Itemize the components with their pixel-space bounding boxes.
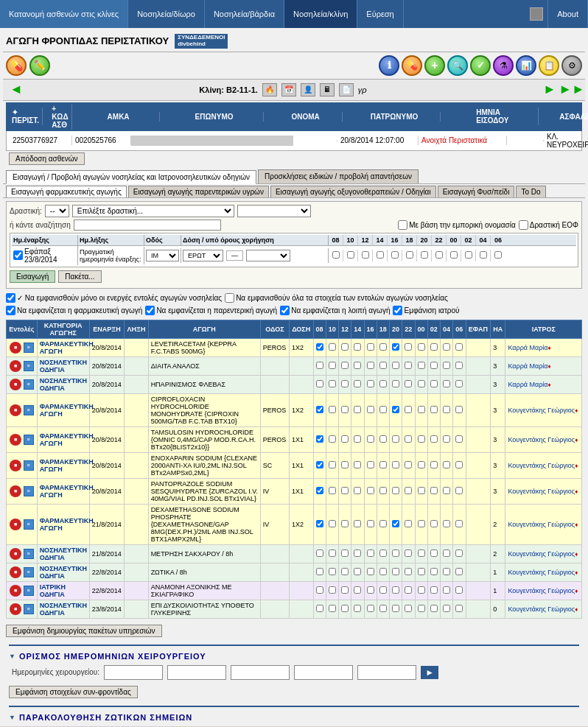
- row-check-12[interactable]: [341, 362, 349, 369]
- efapax-checkbox[interactable]: [13, 250, 23, 260]
- list-button[interactable]: ≡: [24, 567, 34, 577]
- check-icon[interactable]: ✓: [470, 55, 491, 76]
- row-check-20[interactable]: [392, 406, 399, 413]
- row-check-22[interactable]: [405, 380, 412, 387]
- chart-icon[interactable]: 📊: [516, 55, 536, 76]
- row-check-22[interactable]: [405, 549, 412, 557]
- list-button[interactable]: ≡: [24, 379, 34, 390]
- list-button[interactable]: ≡: [24, 486, 34, 496]
- row-check-18[interactable]: [379, 461, 387, 468]
- row-check-04[interactable]: [443, 487, 450, 494]
- row-check-10[interactable]: [329, 549, 336, 557]
- stop-button[interactable]: ■: [10, 548, 21, 560]
- list-button[interactable]: ≡: [24, 361, 34, 371]
- row-check-10[interactable]: [329, 487, 336, 494]
- row-check-14[interactable]: [354, 568, 361, 575]
- list-button[interactable]: ≡: [24, 519, 34, 530]
- settings-icon[interactable]: ⚙: [561, 55, 582, 76]
- nav-item-katanomi[interactable]: Κατανομή ασθενών στις κλίνες: [0, 0, 128, 28]
- row-check-00[interactable]: [418, 568, 425, 575]
- pencil-icon[interactable]: ✏️: [29, 55, 50, 76]
- row-check-14[interactable]: [354, 406, 361, 413]
- list-button[interactable]: ≡: [24, 460, 34, 471]
- tab-parenterika[interactable]: Εισαγωγή αγωγής παρεντερικών υγρών: [128, 186, 269, 197]
- row-check-16[interactable]: [367, 586, 374, 594]
- row-check-08[interactable]: [316, 435, 323, 443]
- drastiki-select[interactable]: --: [45, 205, 69, 217]
- nav-item-nosileia-dioro[interactable]: Νοσηλεία/δίωρο: [128, 0, 205, 28]
- row-check-00[interactable]: [418, 362, 425, 369]
- row-check-08[interactable]: [316, 406, 323, 413]
- row-check-08[interactable]: [316, 343, 323, 351]
- stop-button[interactable]: ■: [10, 519, 21, 530]
- row-check-22[interactable]: [405, 461, 412, 468]
- notice-5-check[interactable]: [280, 306, 290, 315]
- nav-item-about[interactable]: About: [548, 0, 588, 28]
- tab-eisagogi[interactable]: Εισαγωγή / Προβολή αγωγών νοσηλείας και …: [6, 170, 256, 184]
- row-check-14[interactable]: [354, 586, 361, 594]
- nav-icon-square[interactable]: [525, 0, 548, 28]
- row-check-06[interactable]: [455, 568, 463, 575]
- row-check-04[interactable]: [443, 520, 450, 527]
- row-check-16[interactable]: [367, 487, 374, 494]
- surgery-arrow-button[interactable]: ►: [421, 666, 438, 679]
- surgery-date-1[interactable]: [104, 665, 163, 680]
- row-check-22[interactable]: [405, 586, 412, 594]
- row-check-04[interactable]: [443, 435, 450, 443]
- row-check-06[interactable]: [455, 586, 463, 594]
- row-check-02[interactable]: [430, 568, 438, 575]
- stop-button[interactable]: ■: [10, 434, 21, 446]
- row-check-22[interactable]: [405, 520, 412, 527]
- check-22[interactable]: [435, 251, 443, 259]
- notice-4-check[interactable]: [145, 306, 155, 315]
- row-check-02[interactable]: [430, 520, 438, 527]
- row-check-18[interactable]: [379, 380, 387, 387]
- prev-arrow[interactable]: ◄: [6, 81, 27, 99]
- nav-item-nosileia-vardia[interactable]: Νοσηλεία/βάρδια: [205, 0, 284, 28]
- row-check-06[interactable]: [455, 362, 463, 369]
- row-check-18[interactable]: [379, 435, 387, 443]
- row-check-02[interactable]: [430, 343, 438, 351]
- check-16[interactable]: [391, 251, 399, 259]
- stop-button[interactable]: ■: [10, 566, 21, 578]
- row-check-14[interactable]: [354, 380, 361, 387]
- row-check-08[interactable]: [316, 380, 323, 387]
- row-check-20[interactable]: [392, 520, 399, 527]
- row-check-16[interactable]: [367, 461, 374, 468]
- row-check-22[interactable]: [405, 362, 412, 369]
- surgery-date-2[interactable]: [167, 665, 226, 680]
- notice-3-check[interactable]: [6, 306, 15, 315]
- row-check-10[interactable]: [329, 362, 336, 369]
- row-check-10[interactable]: [329, 435, 336, 443]
- check-02[interactable]: [465, 251, 472, 259]
- row-check-16[interactable]: [367, 549, 374, 557]
- row-check-10[interactable]: [329, 568, 336, 575]
- odos-select[interactable]: ΙΜ: [146, 250, 179, 261]
- row-check-06[interactable]: [455, 520, 463, 527]
- row-check-16[interactable]: [367, 435, 374, 443]
- list-button[interactable]: ≡: [24, 435, 34, 445]
- row-check-08[interactable]: [316, 605, 323, 612]
- row-check-20[interactable]: [392, 487, 399, 494]
- add-icon[interactable]: +: [424, 55, 445, 76]
- row-check-12[interactable]: [341, 435, 349, 443]
- row-check-14[interactable]: [354, 487, 361, 494]
- row-check-22[interactable]: [405, 435, 412, 443]
- fire-icon[interactable]: 🔥: [262, 83, 277, 96]
- search-icon[interactable]: 🔍: [447, 55, 468, 76]
- row-check-06[interactable]: [455, 380, 463, 387]
- check-12[interactable]: [362, 251, 369, 259]
- cb-eof[interactable]: [519, 220, 528, 230]
- row-check-08[interactable]: [316, 586, 323, 594]
- row-check-10[interactable]: [329, 343, 336, 351]
- row-check-22[interactable]: [405, 406, 412, 413]
- next-arrow[interactable]: ►: [539, 81, 560, 99]
- row-check-16[interactable]: [367, 605, 374, 612]
- stop-button[interactable]: ■: [10, 404, 21, 416]
- row-check-00[interactable]: [418, 605, 425, 612]
- row-check-06[interactable]: [455, 549, 463, 557]
- row-check-06[interactable]: [455, 487, 463, 494]
- check-20[interactable]: [421, 251, 428, 259]
- person-icon[interactable]: 👤: [301, 83, 315, 96]
- surgery-date-5[interactable]: [357, 665, 416, 680]
